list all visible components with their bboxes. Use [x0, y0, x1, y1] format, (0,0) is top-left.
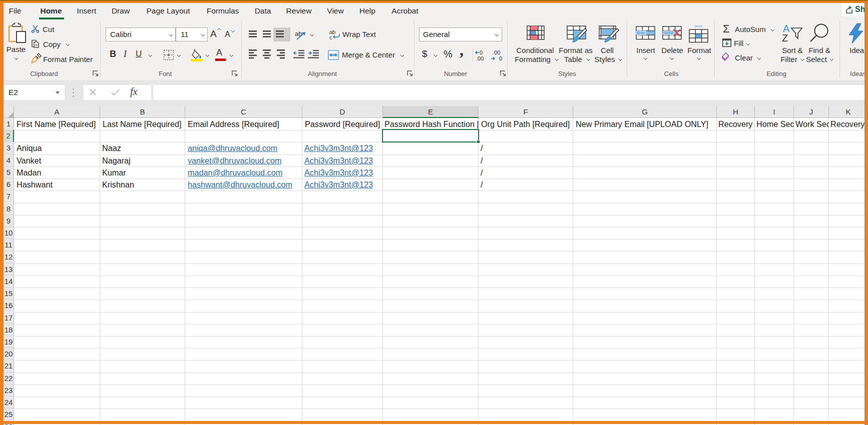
svg-text:.00: .00: [493, 50, 500, 56]
svg-text:.00: .00: [476, 56, 484, 62]
svg-text:0: 0: [480, 50, 483, 56]
svg-text:c: c: [329, 34, 332, 40]
svg-text:Z: Z: [782, 32, 788, 42]
svg-text:0: 0: [499, 56, 502, 62]
